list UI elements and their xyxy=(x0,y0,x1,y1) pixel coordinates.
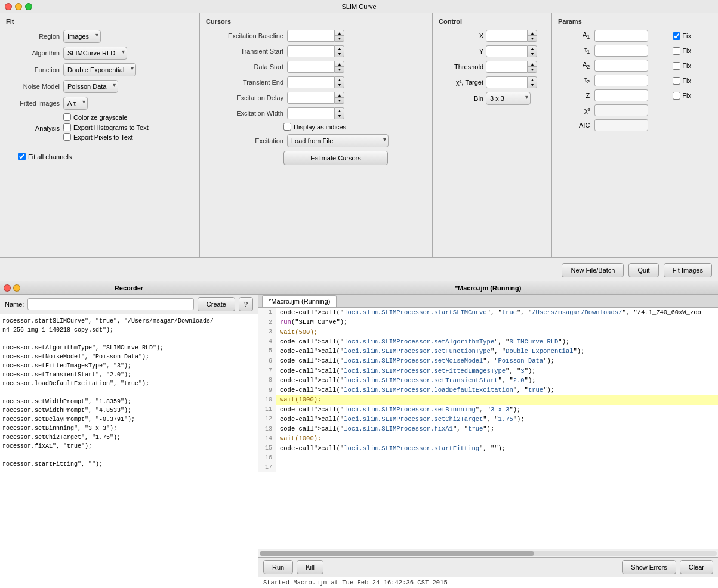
fitted-images-select[interactable]: A τ xyxy=(63,97,88,110)
kill-button[interactable]: Kill xyxy=(297,560,323,574)
transient-start-down[interactable]: ▼ xyxy=(335,51,344,57)
threshold-spinner[interactable]: ▲ ▼ xyxy=(528,61,537,73)
export-histograms-checkbox[interactable] xyxy=(63,123,71,131)
excitation-width-down[interactable]: ▼ xyxy=(335,113,344,119)
display-indices-checkbox[interactable] xyxy=(283,123,291,131)
new-file-batch-button[interactable]: New File/Batch xyxy=(562,263,624,277)
recorder-minimize-button[interactable] xyxy=(13,284,20,292)
region-select[interactable]: Images xyxy=(63,30,101,43)
macro-tab-active[interactable]: *Macro.ijm (Running) xyxy=(262,295,337,307)
recorder-name-input[interactable]: Macro.ijm xyxy=(27,298,193,310)
y-spinner[interactable]: ▲ ▼ xyxy=(528,45,537,57)
maximize-button[interactable] xyxy=(25,3,32,10)
x-down[interactable]: ▼ xyxy=(528,36,537,41)
excitation-delay-up[interactable]: ▲ xyxy=(335,92,344,98)
z-input[interactable]: 24.42 xyxy=(594,89,648,101)
t2-fix-checkbox[interactable] xyxy=(673,77,680,85)
threshold-down[interactable]: ▼ xyxy=(528,67,537,72)
excitation-select-wrap[interactable]: Load from File xyxy=(287,134,389,147)
t1-input[interactable]: 1.432 xyxy=(594,45,648,57)
algorithm-select-wrap[interactable]: SLIMCurve RLD xyxy=(63,47,127,60)
recorder-create-button[interactable]: Create xyxy=(198,297,235,311)
params-section-title: Params xyxy=(558,18,712,25)
window-controls[interactable] xyxy=(5,3,32,10)
data-start-up[interactable]: ▲ xyxy=(335,61,344,67)
estimate-cursors-row: Estimate Cursors xyxy=(283,151,426,165)
bin-select[interactable]: 3 x 3 xyxy=(486,92,531,105)
excitation-delay-input[interactable]: -0.465 xyxy=(287,92,335,104)
y-up[interactable]: ▲ xyxy=(528,46,537,51)
macro-content[interactable]: 1code-call">call("loci.slim.SLIMProcesso… xyxy=(258,308,718,549)
macro-scrollbar-track[interactable] xyxy=(260,551,717,556)
excitation-delay-spinner[interactable]: ▲ ▼ xyxy=(335,92,344,104)
recorder-close-button[interactable] xyxy=(4,284,11,292)
quit-button[interactable]: Quit xyxy=(628,263,658,277)
chi2-input[interactable]: 53.336354 xyxy=(594,104,648,116)
chi2-target-up[interactable]: ▲ xyxy=(528,77,537,82)
region-select-wrap[interactable]: Images xyxy=(63,30,101,43)
chi2-target-down[interactable]: ▼ xyxy=(528,82,537,88)
line-number-11: 11 xyxy=(258,405,276,414)
excitation-baseline-down[interactable]: ▼ xyxy=(335,36,344,41)
algorithm-select[interactable]: SLIMCurve RLD xyxy=(63,47,127,60)
x-spinner[interactable]: ▲ ▼ xyxy=(528,30,537,42)
noise-select-wrap[interactable]: Poisson Data xyxy=(63,80,118,93)
threshold-input[interactable]: 775 xyxy=(486,61,528,73)
fit-all-checkbox[interactable] xyxy=(18,153,26,160)
transient-start-up[interactable]: ▲ xyxy=(335,46,344,51)
excitation-width-input[interactable]: 4.853 xyxy=(287,107,335,119)
z-fix-checkbox[interactable] xyxy=(673,92,680,100)
function-select[interactable]: Double Exponential xyxy=(63,63,136,76)
macro-scrollbar-area[interactable] xyxy=(258,549,718,557)
a2-fix-checkbox[interactable] xyxy=(673,62,680,70)
t2-input[interactable]: 0.25 xyxy=(594,75,648,86)
transient-end-down[interactable]: ▼ xyxy=(335,82,344,88)
excitation-baseline-spinner[interactable]: ▲ ▼ xyxy=(335,30,344,42)
t1-fix-checkbox[interactable] xyxy=(673,47,680,55)
excitation-delay-down[interactable]: ▼ xyxy=(335,98,344,103)
y-down[interactable]: ▼ xyxy=(528,51,537,57)
excitation-baseline-up[interactable]: ▲ xyxy=(335,30,344,36)
x-up[interactable]: ▲ xyxy=(528,30,537,36)
fit-images-button[interactable]: Fit Images xyxy=(664,263,712,277)
line-code-11: code-call">call("loci.slim.SLIMProcessor… xyxy=(276,405,718,414)
data-start-spinner[interactable]: ▲ ▼ xyxy=(335,61,344,73)
a1-fix-checkbox[interactable] xyxy=(673,32,680,40)
excitation-baseline-input[interactable]: 4.059 xyxy=(287,30,335,42)
a2-input[interactable]: 50.0 xyxy=(594,60,648,72)
chi2-target-input[interactable]: 1.75 xyxy=(486,76,528,88)
function-select-wrap[interactable]: Double Exponential xyxy=(63,63,136,76)
noise-select[interactable]: Poisson Data xyxy=(63,80,118,93)
x-input[interactable]: 169 xyxy=(486,30,528,42)
minimize-button[interactable] xyxy=(15,3,22,10)
run-button[interactable]: Run xyxy=(263,560,293,574)
bin-select-wrap[interactable]: 3 x 3 xyxy=(486,92,531,105)
estimate-cursors-button[interactable]: Estimate Cursors xyxy=(283,151,388,165)
data-start-row: Data Start 2.2 ▲ ▼ xyxy=(206,61,426,73)
data-start-down[interactable]: ▼ xyxy=(335,67,344,72)
threshold-up[interactable]: ▲ xyxy=(528,61,537,67)
aic-input[interactable]: 0.0 xyxy=(594,119,648,131)
transient-end-up[interactable]: ▲ xyxy=(335,77,344,82)
show-errors-button[interactable]: Show Errors xyxy=(622,560,676,574)
excitation-select[interactable]: Load from File xyxy=(287,134,389,147)
transient-end-input[interactable]: 8.984 xyxy=(287,76,335,88)
chi2-target-spinner[interactable]: ▲ ▼ xyxy=(528,76,537,88)
close-button[interactable] xyxy=(5,3,12,10)
excitation-width-spinner[interactable]: ▲ ▼ xyxy=(335,107,344,119)
y-label: Y xyxy=(439,48,483,55)
recorder-help-button[interactable]: ? xyxy=(239,297,253,311)
transient-end-spinner[interactable]: ▲ ▼ xyxy=(335,76,344,88)
clear-button[interactable]: Clear xyxy=(680,560,713,574)
fitted-images-select-wrap[interactable]: A τ xyxy=(63,97,88,110)
data-start-input[interactable]: 2.2 xyxy=(287,61,335,73)
y-input[interactable]: 85 xyxy=(486,45,528,57)
transient-start-input[interactable]: 2 xyxy=(287,45,335,57)
macro-scrollbar-thumb[interactable] xyxy=(260,551,534,556)
a1-input[interactable]: 136.869 xyxy=(594,30,648,42)
transient-start-spinner[interactable]: ▲ ▼ xyxy=(335,45,344,57)
excitation-width-up[interactable]: ▲ xyxy=(335,108,344,113)
export-pixels-checkbox[interactable] xyxy=(63,133,71,141)
recorder-window-controls[interactable] xyxy=(4,284,20,292)
colorize-checkbox[interactable] xyxy=(63,113,71,121)
